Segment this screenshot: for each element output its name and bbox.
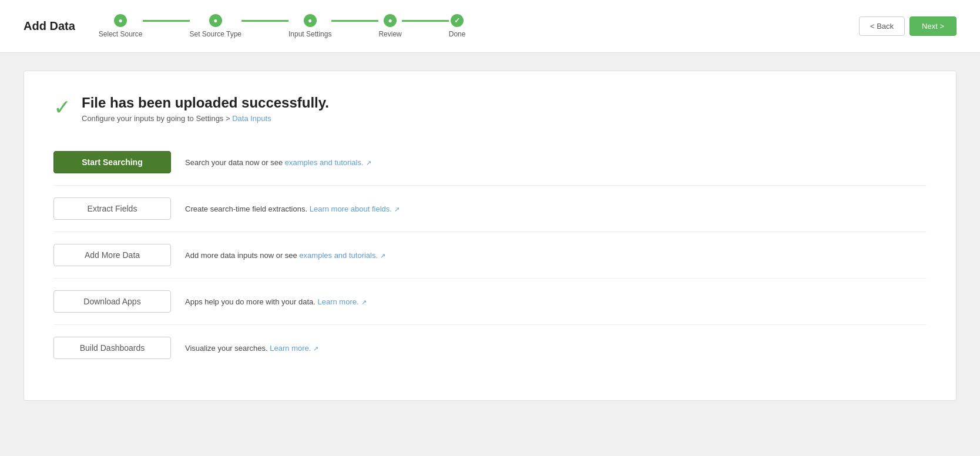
success-subtitle: Configure your inputs by going to Settin…	[82, 114, 329, 123]
content-card: ✓ File has been uploaded successfully. C…	[24, 71, 956, 401]
connector-3	[331, 20, 378, 22]
stepper: ● Select Source ● Set Source Type ● Inpu…	[99, 14, 835, 38]
step-2: ● Set Source Type	[190, 14, 242, 38]
action-desc-4: Visualize your searches. Learn more. ↗	[185, 344, 318, 353]
step-1-circle: ●	[114, 14, 127, 27]
external-link-icon: ↗	[313, 345, 318, 353]
download-apps-button[interactable]: Download Apps	[53, 290, 171, 313]
external-link-icon: ↗	[394, 206, 400, 213]
action-link-1[interactable]: Learn more about fields.	[310, 204, 392, 213]
success-text-block: File has been uploaded successfully. Con…	[82, 95, 329, 123]
back-button[interactable]: < Back	[859, 16, 905, 36]
main-content: ✓ File has been uploaded successfully. C…	[0, 53, 980, 418]
action-desc-3: Apps help you do more with your data. Le…	[185, 297, 367, 306]
top-header: Add Data ● Select Source ● Set Source Ty…	[0, 0, 980, 53]
step-3-label: Input Settings	[288, 30, 331, 38]
step-2-label: Set Source Type	[190, 30, 242, 38]
add-more-data-button[interactable]: Add More Data	[53, 244, 171, 266]
step-4-label: Review	[378, 30, 401, 38]
header-buttons: < Back Next >	[859, 16, 956, 36]
action-row-4: Build DashboardsVisualize your searches.…	[53, 324, 927, 371]
action-desc-1: Create search-time field extractions. Le…	[185, 204, 400, 213]
external-link-icon: ↗	[380, 252, 385, 260]
success-title: File has been uploaded successfully.	[82, 95, 329, 111]
connector-4	[402, 20, 449, 22]
success-header: ✓ File has been uploaded successfully. C…	[53, 95, 927, 123]
data-inputs-link[interactable]: Data Inputs	[232, 114, 271, 123]
external-link-icon: ↗	[366, 159, 371, 167]
step-1: ● Select Source	[99, 14, 143, 38]
connector-1	[143, 20, 190, 22]
step-5-label: Done	[449, 30, 466, 38]
action-link-0[interactable]: examples and tutorials.	[285, 158, 364, 167]
step-5: ✓ Done	[449, 14, 466, 38]
action-desc-0: Search your data now or see examples and…	[185, 158, 371, 167]
step-3: ● Input Settings	[288, 14, 331, 38]
action-row-0: Start SearchingSearch your data now or s…	[53, 139, 927, 185]
success-subtitle-pre: Configure your inputs by going to Settin…	[82, 114, 232, 123]
external-link-icon: ↗	[361, 299, 367, 306]
action-desc-2: Add more data inputs now or see examples…	[185, 251, 385, 260]
start-searching-button[interactable]: Start Searching	[53, 151, 171, 173]
action-link-2[interactable]: examples and tutorials.	[299, 251, 378, 260]
step-2-circle: ●	[209, 14, 222, 27]
next-button[interactable]: Next >	[909, 16, 956, 36]
action-row-1: Extract FieldsCreate search-time field e…	[53, 185, 927, 232]
extract-fields-button[interactable]: Extract Fields	[53, 197, 171, 220]
action-row-3: Download AppsApps help you do more with …	[53, 278, 927, 324]
action-rows-container: Start SearchingSearch your data now or s…	[53, 139, 927, 371]
step-5-circle: ✓	[451, 14, 464, 27]
page-title: Add Data	[24, 19, 75, 33]
step-4: ● Review	[378, 14, 401, 38]
action-link-4[interactable]: Learn more.	[270, 344, 311, 353]
connector-2	[241, 20, 288, 22]
step-4-circle: ●	[384, 14, 397, 27]
build-dashboards-button[interactable]: Build Dashboards	[53, 337, 171, 359]
step-3-circle: ●	[304, 14, 317, 27]
action-row-2: Add More DataAdd more data inputs now or…	[53, 232, 927, 278]
step-1-label: Select Source	[99, 30, 143, 38]
success-check-icon: ✓	[53, 97, 71, 118]
action-link-3[interactable]: Learn more.	[317, 297, 358, 306]
